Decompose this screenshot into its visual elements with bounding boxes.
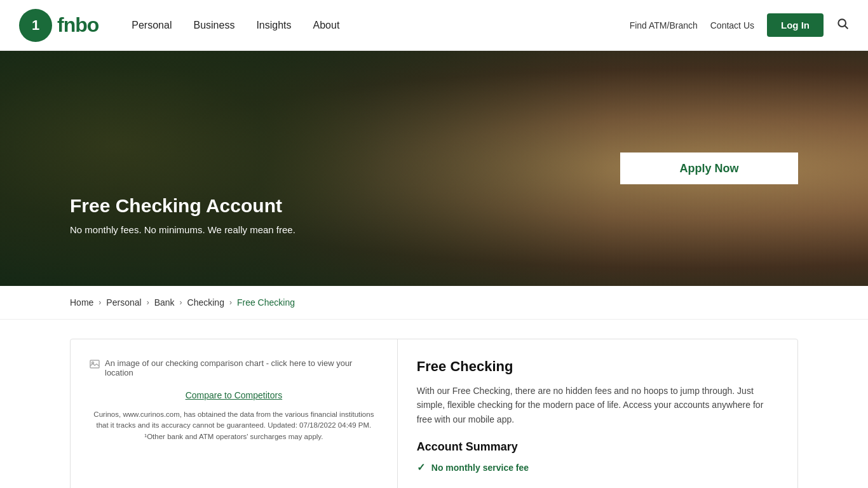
free-checking-title: Free Checking: [417, 358, 778, 375]
feature-label: No monthly service fee: [431, 463, 529, 473]
compare-competitors-link[interactable]: Compare to Competitors: [90, 390, 378, 400]
header-left: 1 fnbo Personal Business Insights About: [19, 2, 347, 49]
checkmark-icon: ✓: [417, 461, 425, 473]
svg-point-0: [838, 19, 846, 27]
breadcrumb-chevron-4: ›: [229, 298, 232, 307]
main-content: An image of our checking comparison char…: [0, 320, 868, 488]
logo[interactable]: 1 fnbo: [19, 9, 98, 42]
breadcrumb-chevron-3: ›: [180, 298, 182, 307]
image-placeholder-icon: [90, 360, 100, 370]
free-checking-section: Free Checking With our Free Checking, th…: [398, 339, 797, 488]
breadcrumb-current: Free Checking: [237, 297, 295, 308]
comparison-image-wrapper: An image of our checking comparison char…: [90, 358, 378, 377]
comparison-section: An image of our checking comparison char…: [71, 339, 398, 488]
svg-line-1: [845, 26, 848, 29]
logo-text: fnbo: [57, 13, 98, 37]
main-nav: Personal Business Insights About: [124, 2, 347, 49]
find-atm-link[interactable]: Find ATM/Branch: [630, 20, 698, 30]
hero-section: Free Checking Account No monthly fees. N…: [0, 51, 868, 286]
site-header: 1 fnbo Personal Business Insights About …: [0, 0, 868, 51]
apply-now-button[interactable]: Apply Now: [620, 152, 798, 184]
breadcrumb-personal[interactable]: Personal: [106, 297, 141, 308]
contact-us-link[interactable]: Contact Us: [710, 20, 754, 30]
free-checking-description: With our Free Checking, there are no hid…: [417, 384, 778, 426]
login-button[interactable]: Log In: [767, 13, 824, 37]
feature-no-monthly-fee: ✓ No monthly service fee: [417, 461, 778, 473]
account-summary-title: Account Summary: [417, 440, 778, 454]
comparison-disclaimer: Curinos, www.curinos.com, has obtained t…: [90, 409, 378, 442]
breadcrumb-home[interactable]: Home: [70, 297, 93, 308]
hero-content: Free Checking Account No monthly fees. N…: [70, 195, 295, 235]
content-card: An image of our checking comparison char…: [70, 339, 798, 488]
hero-title: Free Checking Account: [70, 195, 295, 217]
nav-insights[interactable]: Insights: [248, 2, 299, 49]
breadcrumb-bank[interactable]: Bank: [154, 297, 175, 308]
breadcrumb-chevron-1: ›: [98, 298, 101, 307]
search-icon[interactable]: [836, 17, 849, 33]
nav-business[interactable]: Business: [186, 2, 242, 49]
comparison-image-label: An image of our checking comparison char…: [105, 358, 378, 377]
logo-circle-icon: 1: [19, 9, 52, 42]
breadcrumb: Home › Personal › Bank › Checking › Free…: [0, 286, 868, 320]
header-right: Find ATM/Branch Contact Us Log In: [630, 13, 849, 37]
breadcrumb-checking[interactable]: Checking: [187, 297, 224, 308]
hero-subtitle: No monthly fees. No minimums. We really …: [70, 224, 295, 235]
nav-about[interactable]: About: [306, 2, 348, 49]
nav-personal[interactable]: Personal: [124, 2, 179, 49]
breadcrumb-chevron-2: ›: [147, 298, 149, 307]
